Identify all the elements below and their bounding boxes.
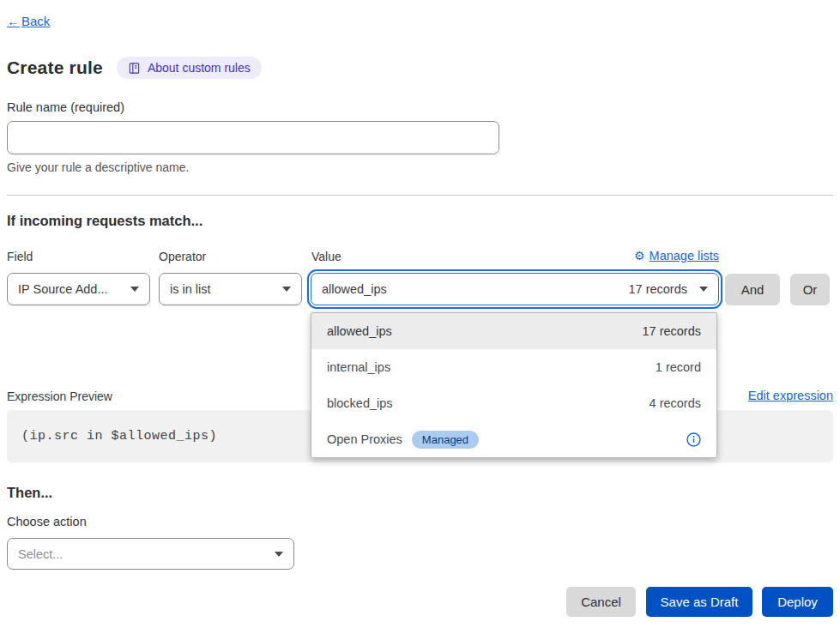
operator-select[interactable]: is in list (159, 273, 302, 305)
list-item-records: 4 records (650, 396, 701, 410)
chevron-down-icon (275, 552, 283, 557)
list-item-blocked-ips[interactable]: blocked_ips 4 records (311, 385, 716, 421)
about-badge-label: About custom rules (148, 61, 251, 75)
manage-lists-link[interactable]: ⚙ Manage lists (634, 249, 719, 263)
book-icon (128, 62, 141, 75)
create-rule-page: ←Back Create rule About custom rules Rul… (0, 0, 840, 634)
expression-preview-label: Expression Preview (7, 389, 112, 403)
list-item-allowed-ips[interactable]: allowed_ips 17 records (311, 313, 716, 349)
value-select[interactable]: allowed_ips 17 records (311, 273, 719, 305)
or-button[interactable]: Or (790, 274, 830, 305)
choose-action-label: Choose action (7, 515, 87, 528)
operator-select-value: is in list (170, 282, 211, 296)
managed-badge: Managed (412, 431, 479, 449)
rule-name-input[interactable] (7, 121, 499, 154)
chevron-down-icon (699, 287, 708, 292)
back-link[interactable]: ←Back (7, 14, 50, 28)
list-item-records: 17 records (642, 324, 701, 338)
back-arrow-icon: ← (7, 14, 20, 28)
list-item-records: 1 record (656, 360, 701, 374)
info-icon[interactable] (686, 432, 701, 447)
list-item-name: blocked_ips (327, 396, 393, 410)
operator-label: Operator (159, 250, 206, 263)
list-item-name: Open Proxies (327, 432, 402, 446)
rule-name-helper-text: Give your rule a descriptive name. (7, 160, 189, 174)
list-item-name: internal_ips (327, 360, 390, 374)
list-item-open-proxies[interactable]: Open Proxies Managed (311, 421, 716, 457)
action-select[interactable]: Select... (7, 538, 294, 570)
list-item-name: allowed_ips (327, 324, 392, 338)
save-as-draft-button[interactable]: Save as Draft (646, 587, 752, 617)
rule-name-label: Rule name (required) (7, 100, 124, 114)
match-section-heading: If incoming requests match... (7, 213, 202, 229)
field-select[interactable]: IP Source Add... (7, 273, 150, 305)
expression-code: (ip.src in $allowed_ips) (21, 429, 217, 444)
back-label: Back (21, 14, 50, 28)
chevron-down-icon (130, 287, 139, 292)
value-dropdown-menu: allowed_ips 17 records internal_ips 1 re… (311, 312, 717, 458)
about-custom-rules-link[interactable]: About custom rules (117, 57, 262, 79)
value-select-records: 17 records (628, 282, 687, 296)
field-label: Field (7, 250, 33, 263)
action-select-placeholder: Select... (18, 547, 63, 561)
title-row: Create rule About custom rules (7, 57, 262, 79)
edit-expression-link[interactable]: Edit expression (748, 389, 833, 402)
field-select-value: IP Source Add... (18, 282, 108, 296)
manage-lists-label: Manage lists (650, 249, 719, 263)
chevron-down-icon (282, 287, 291, 292)
list-item-internal-ips[interactable]: internal_ips 1 record (311, 349, 716, 385)
deploy-button[interactable]: Deploy (762, 587, 833, 617)
value-label: Value (311, 250, 341, 263)
cancel-button[interactable]: Cancel (566, 587, 636, 617)
page-title: Create rule (7, 57, 103, 78)
value-select-name: allowed_ips (322, 282, 387, 296)
and-button[interactable]: And (725, 274, 780, 305)
gear-icon: ⚙ (634, 249, 645, 263)
section-divider (7, 195, 833, 196)
then-section-heading: Then... (7, 485, 52, 501)
